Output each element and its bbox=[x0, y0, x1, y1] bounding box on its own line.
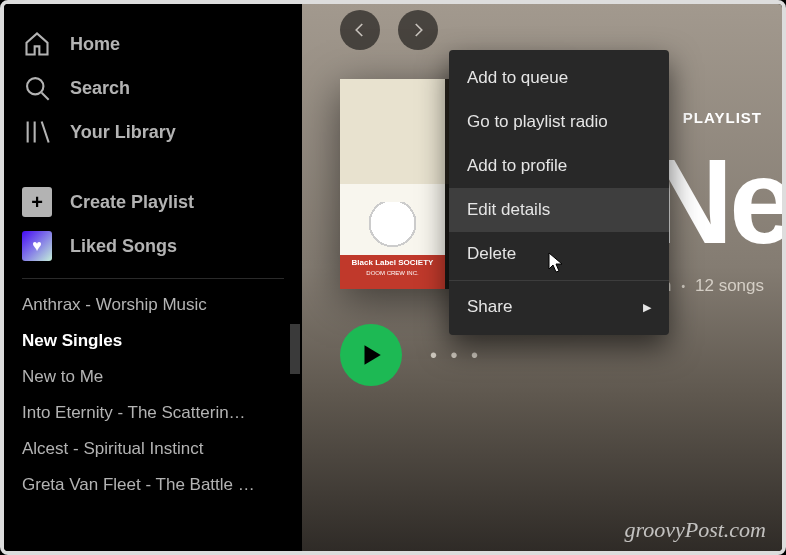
sidebar-divider bbox=[22, 278, 284, 279]
ctx-delete[interactable]: Delete bbox=[449, 232, 669, 276]
home-icon bbox=[22, 29, 52, 59]
svg-point-0 bbox=[27, 78, 43, 94]
nav-home[interactable]: Home bbox=[22, 22, 284, 66]
plus-icon: + bbox=[22, 187, 52, 217]
watermark: groovyPost.com bbox=[624, 517, 766, 543]
playlist-label: PLAYLIST bbox=[683, 109, 762, 126]
album-banner: Black Label SOCIETY DOOM CREW INC. bbox=[340, 255, 445, 289]
search-icon bbox=[22, 73, 52, 103]
nav-search-label: Search bbox=[70, 78, 130, 99]
liked-songs-button[interactable]: ♥ Liked Songs bbox=[22, 224, 284, 268]
nav-library[interactable]: Your Library bbox=[22, 110, 284, 154]
app-window: Home Search Your Library + Create Playli… bbox=[0, 0, 786, 555]
ctx-add-to-queue[interactable]: Add to queue bbox=[449, 56, 669, 100]
ctx-edit-details[interactable]: Edit details bbox=[449, 188, 669, 232]
playlist-item[interactable]: Into Eternity - The Scatterin… bbox=[22, 395, 284, 431]
ctx-share[interactable]: Share ▶ bbox=[449, 285, 669, 329]
context-menu: Add to queue Go to playlist radio Add to… bbox=[449, 50, 669, 335]
create-playlist-button[interactable]: + Create Playlist bbox=[22, 180, 284, 224]
nav-library-label: Your Library bbox=[70, 122, 176, 143]
playlist-item[interactable]: Greta Van Fleet - The Battle … bbox=[22, 467, 284, 503]
ctx-separator bbox=[449, 280, 669, 281]
history-nav bbox=[340, 10, 438, 50]
back-button[interactable] bbox=[340, 10, 380, 50]
ctx-playlist-radio[interactable]: Go to playlist radio bbox=[449, 100, 669, 144]
play-button[interactable] bbox=[340, 324, 402, 386]
main-panel: Black Label SOCIETY DOOM CREW INC. PLAYL… bbox=[302, 4, 782, 551]
nav-home-label: Home bbox=[70, 34, 120, 55]
forward-button[interactable] bbox=[398, 10, 438, 50]
svg-line-1 bbox=[42, 93, 49, 100]
chevron-right-icon: ▶ bbox=[643, 301, 651, 314]
svg-marker-4 bbox=[365, 345, 381, 365]
meta-separator: • bbox=[681, 281, 685, 292]
sidebar: Home Search Your Library + Create Playli… bbox=[4, 4, 302, 551]
heart-icon: ♥ bbox=[22, 231, 52, 261]
liked-songs-label: Liked Songs bbox=[70, 236, 177, 257]
playlist-item[interactable]: Anthrax - Worship Music bbox=[22, 287, 284, 323]
scrollbar-thumb[interactable] bbox=[290, 324, 300, 374]
more-options-button[interactable]: • • • bbox=[430, 344, 482, 367]
nav-search[interactable]: Search bbox=[22, 66, 284, 110]
playlist-list: Anthrax - Worship Music New Singles New … bbox=[22, 287, 284, 503]
cover-tile: Black Label SOCIETY DOOM CREW INC. bbox=[340, 184, 445, 289]
playlist-item[interactable]: New Singles bbox=[22, 323, 284, 359]
ctx-share-label: Share bbox=[467, 297, 512, 317]
playlist-item[interactable]: New to Me bbox=[22, 359, 284, 395]
library-icon bbox=[22, 117, 52, 147]
create-playlist-label: Create Playlist bbox=[70, 192, 194, 213]
cover-tile bbox=[340, 79, 445, 184]
playlist-item[interactable]: Alcest - Spiritual Instinct bbox=[22, 431, 284, 467]
ctx-add-to-profile[interactable]: Add to profile bbox=[449, 144, 669, 188]
song-count: 12 songs bbox=[695, 276, 764, 296]
